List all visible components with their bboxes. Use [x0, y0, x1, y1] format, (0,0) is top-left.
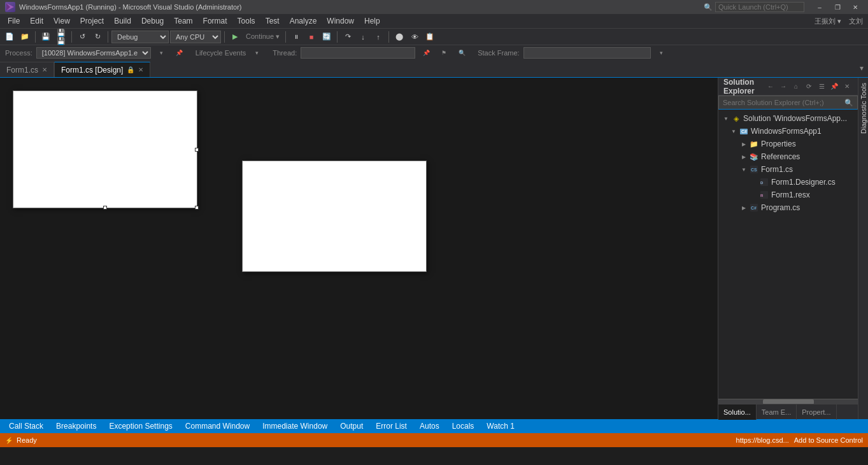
close-button[interactable]: ✕: [848, 2, 863, 12]
thread-pin-btn[interactable]: 📌: [419, 46, 433, 60]
solution-expand-arrow[interactable]: ▼: [721, 116, 731, 122]
thread-flag-btn[interactable]: ⚑: [437, 46, 451, 60]
menu-test[interactable]: Test: [260, 14, 285, 28]
se-search-box[interactable]: 🔍: [718, 96, 858, 110]
project-label: WindowsFormsApp1: [751, 127, 822, 136]
tree-item-properties[interactable]: ▶ 📁 Properties: [718, 138, 858, 150]
bottom-tab-command[interactable]: Command Window: [179, 419, 256, 433]
tab-form1-design[interactable]: Form1.cs [Design] 🔒 ✕: [54, 62, 150, 77]
pause-button[interactable]: ⏸: [289, 30, 303, 44]
se-home-button[interactable]: ⌂: [790, 81, 802, 92]
se-back-button[interactable]: ←: [765, 81, 776, 92]
tree-item-programcs[interactable]: ▶ C# Program.cs: [718, 201, 858, 214]
breakpoint-button[interactable]: ⬤: [392, 30, 406, 44]
stack-expand-btn[interactable]: ▾: [655, 46, 669, 60]
properties-arrow[interactable]: ▶: [739, 141, 749, 147]
menu-view[interactable]: View: [48, 14, 75, 28]
bottom-tab-errorlist[interactable]: Error List: [369, 419, 413, 433]
step-out-button[interactable]: ↑: [371, 30, 385, 44]
lifecycle-dropdown-btn[interactable]: ▾: [250, 46, 264, 60]
separator-1: [35, 31, 36, 43]
form-resize-handle-bc[interactable]: [103, 206, 107, 210]
title-bar: WindowsFormsApp1 (Running) - Microsoft V…: [0, 0, 868, 14]
menu-project[interactable]: Project: [75, 14, 109, 28]
save-button[interactable]: 💾: [39, 30, 53, 44]
locals-button[interactable]: 📋: [423, 30, 437, 44]
tree-item-form1cs[interactable]: ▼ CS Form1.cs: [718, 163, 858, 176]
bottom-tab-output[interactable]: Output: [334, 419, 369, 433]
bottom-tab-autos[interactable]: Autos: [413, 419, 446, 433]
tree-item-solution[interactable]: ▼ ◈ Solution 'WindowsFormsApp...: [718, 112, 858, 125]
se-search-input[interactable]: [723, 99, 842, 106]
tab-form1-cs-close[interactable]: ✕: [42, 66, 47, 73]
redo-button[interactable]: ↻: [90, 30, 104, 44]
menu-tools[interactable]: Tools: [232, 14, 260, 28]
add-source-button[interactable]: Add to Source Control: [794, 436, 863, 444]
quick-launch-input[interactable]: [715, 2, 804, 12]
se-sync-button[interactable]: ⟳: [803, 81, 815, 92]
menu-edit[interactable]: Edit: [25, 14, 48, 28]
bottom-tab-immediate[interactable]: Immediate Window: [256, 419, 334, 433]
bottom-tab-callstack[interactable]: Call Stack: [3, 419, 50, 433]
menu-help[interactable]: Help: [359, 14, 385, 28]
separator-7: [388, 31, 389, 43]
se-pin-button[interactable]: 📌: [829, 81, 840, 92]
bottom-tab-exception[interactable]: Exception Settings: [103, 419, 178, 433]
svg-text:CS: CS: [751, 168, 757, 172]
tree-item-form1designer[interactable]: ▶ D Form1.Designer.cs: [718, 176, 858, 189]
status-right: https://blog.csd... Add to Source Contro…: [736, 436, 863, 444]
bottom-tab-watch1[interactable]: Watch 1: [480, 419, 521, 433]
menu-team[interactable]: Team: [169, 14, 197, 28]
form-resize-handle-br[interactable]: [195, 206, 199, 210]
restart-button[interactable]: 🔄: [320, 30, 334, 44]
restore-button[interactable]: ❐: [830, 2, 845, 12]
thread-input[interactable]: [301, 47, 415, 59]
menu-format[interactable]: Format: [198, 14, 232, 28]
start-button[interactable]: ▶: [228, 30, 242, 44]
se-forward-button[interactable]: →: [778, 81, 789, 92]
bottom-tab-breakpoints[interactable]: Breakpoints: [50, 419, 103, 433]
step-over-button[interactable]: ↷: [341, 30, 355, 44]
diagnostic-tools-sidebar[interactable]: Diagnostic Tools: [858, 78, 868, 419]
menu-build[interactable]: Build: [109, 14, 136, 28]
undo-button[interactable]: ↺: [75, 30, 89, 44]
project-expand-arrow[interactable]: ▼: [729, 129, 739, 134]
menu-file[interactable]: File: [3, 14, 25, 28]
tab-form1-design-close[interactable]: ✕: [138, 66, 143, 73]
se-tab-solution[interactable]: Solutio...: [718, 404, 757, 420]
thread-search-btn[interactable]: 🔍: [455, 46, 469, 60]
cpu-dropdown[interactable]: Any CPU x86 x64: [170, 31, 221, 43]
form1cs-arrow[interactable]: ▼: [739, 167, 749, 173]
se-tab-team[interactable]: Team E...: [757, 404, 797, 420]
tab-dropdown-button[interactable]: ▾: [855, 59, 868, 77]
separator-6: [337, 31, 338, 43]
watch-button[interactable]: 👁: [408, 30, 422, 44]
stop-button[interactable]: ■: [304, 30, 318, 44]
step-into-button[interactable]: ↓: [356, 30, 370, 44]
tree-item-form1resx[interactable]: ▶ R Form1.resx: [718, 189, 858, 201]
tree-item-project[interactable]: ▼ C# WindowsFormsApp1: [718, 125, 858, 138]
new-project-button[interactable]: 📄: [3, 30, 17, 44]
process-pin-button[interactable]: 📌: [173, 46, 187, 60]
se-tab-properties[interactable]: Propert...: [797, 404, 836, 420]
menu-analyze[interactable]: Analyze: [285, 14, 322, 28]
se-scrollbar[interactable]: [718, 399, 858, 404]
tree-item-references[interactable]: ▶ 📚 References: [718, 150, 858, 163]
menu-debug[interactable]: Debug: [136, 14, 169, 28]
se-close-button[interactable]: ✕: [841, 81, 853, 92]
programcs-arrow[interactable]: ▶: [739, 205, 749, 211]
process-dropdown[interactable]: [10028] WindowsFormsApp1.ex...: [36, 47, 151, 59]
minimize-button[interactable]: –: [812, 2, 827, 12]
debug-config-dropdown[interactable]: Debug Release: [111, 31, 169, 43]
se-props-button[interactable]: ☰: [816, 81, 827, 92]
process-expand-button[interactable]: ▾: [155, 46, 169, 60]
menu-window[interactable]: Window: [322, 14, 359, 28]
stack-input[interactable]: [523, 47, 651, 59]
tab-form1-cs[interactable]: Form1.cs ✕: [0, 62, 54, 77]
form-resize-handle-rc[interactable]: [195, 148, 199, 152]
open-file-button[interactable]: 📁: [18, 30, 32, 44]
save-all-button[interactable]: 💾💾: [54, 30, 68, 44]
quick-launch[interactable]: 🔍: [704, 2, 804, 12]
references-arrow[interactable]: ▶: [739, 154, 749, 160]
bottom-tab-locals[interactable]: Locals: [446, 419, 481, 433]
